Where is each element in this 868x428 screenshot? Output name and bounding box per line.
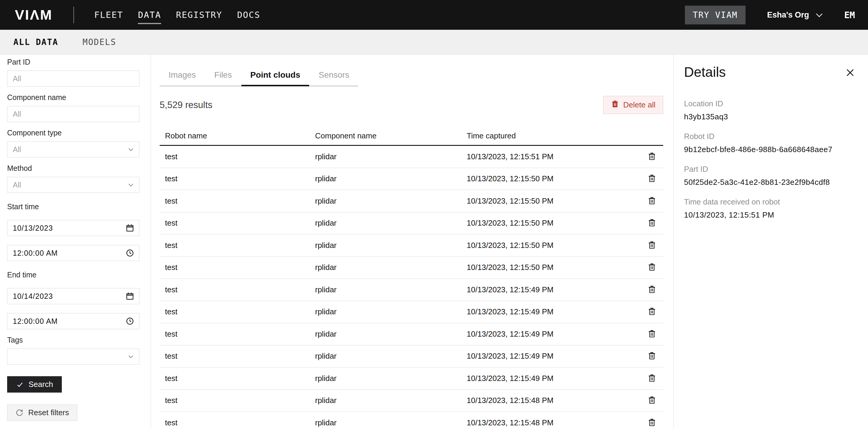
- column-actions: [641, 141, 663, 145]
- main-menu: FLEET DATA REGISTRY DOCS: [94, 0, 260, 30]
- component-name-input[interactable]: [7, 106, 140, 122]
- cell-component-name: rplidar: [310, 330, 461, 339]
- table-row[interactable]: test rplidar 10/13/2023, 12:15:50 PM: [160, 168, 663, 191]
- nav-item-fleet[interactable]: FLEET: [94, 0, 123, 30]
- cell-robot-name: test: [160, 174, 310, 183]
- tab-sensors[interactable]: Sensors: [319, 70, 349, 86]
- trash-icon: [647, 240, 656, 250]
- results-table: Robot name Component name Time captured …: [160, 114, 663, 428]
- delete-row-button[interactable]: [646, 394, 657, 406]
- try-viam-button[interactable]: TRY VIAM: [685, 6, 746, 24]
- table-row[interactable]: test rplidar 10/13/2023, 12:15:49 PM: [160, 323, 663, 346]
- cell-robot-name: test: [160, 196, 310, 206]
- table-row[interactable]: test rplidar 10/13/2023, 12:15:50 PM: [160, 212, 663, 235]
- delete-row-button[interactable]: [646, 284, 657, 296]
- delete-row-button[interactable]: [646, 328, 657, 340]
- component-type-select[interactable]: All: [7, 141, 140, 158]
- cell-robot-name: test: [160, 418, 310, 427]
- cell-component-name: rplidar: [310, 196, 461, 206]
- delete-row-button[interactable]: [646, 151, 657, 163]
- trash-icon: [611, 100, 619, 110]
- table-row[interactable]: test rplidar 10/13/2023, 12:15:49 PM: [160, 346, 663, 368]
- clock-icon[interactable]: [125, 249, 134, 257]
- start-time-input[interactable]: 12:00:00 AM: [7, 245, 140, 261]
- delete-row-button[interactable]: [646, 217, 657, 229]
- table-row[interactable]: test rplidar 10/13/2023, 12:15:50 PM: [160, 234, 663, 257]
- results-count: 5,529 results: [160, 100, 213, 110]
- delete-row-button[interactable]: [646, 239, 657, 252]
- cell-time-captured: 10/13/2023, 12:15:50 PM: [461, 174, 641, 183]
- viam-logo[interactable]: VIΛM: [15, 0, 53, 30]
- calendar-icon[interactable]: [125, 224, 134, 232]
- delete-row-button[interactable]: [646, 306, 657, 318]
- tab-images[interactable]: Images: [168, 70, 196, 86]
- cell-component-name: rplidar: [310, 174, 461, 183]
- field-part-id: Part ID 50f25de2-5a3c-41e2-8b81-23e2f9b4…: [684, 164, 856, 187]
- nav-item-registry[interactable]: REGISTRY: [176, 0, 222, 30]
- cell-robot-name: test: [160, 330, 310, 339]
- delete-all-button[interactable]: Delete all: [603, 96, 663, 114]
- delete-row-button[interactable]: [646, 372, 657, 384]
- cell-component-name: rplidar: [310, 241, 461, 250]
- cell-time-captured: 10/13/2023, 12:15:50 PM: [461, 263, 641, 272]
- part-id-label: Part ID: [7, 58, 140, 66]
- table-row[interactable]: test rplidar 10/13/2023, 12:15:48 PM: [160, 390, 663, 412]
- reset-filters-button[interactable]: Reset filters: [7, 404, 77, 421]
- table-row[interactable]: test rplidar 10/13/2023, 12:15:49 PM: [160, 279, 663, 301]
- field-time-received: Time data received on robot 10/13/2023, …: [684, 197, 856, 220]
- calendar-icon[interactable]: [125, 292, 134, 301]
- trash-icon: [647, 196, 656, 206]
- tags-select[interactable]: [7, 348, 140, 365]
- delete-row-button[interactable]: [646, 350, 657, 362]
- results-header: 5,529 results Delete all: [160, 96, 663, 114]
- cell-time-captured: 10/13/2023, 12:15:50 PM: [461, 196, 641, 206]
- method-select[interactable]: All: [7, 177, 140, 193]
- table-row[interactable]: test rplidar 10/13/2023, 12:15:49 PM: [160, 368, 663, 390]
- table-row[interactable]: test rplidar 10/13/2023, 12:15:49 PM: [160, 301, 663, 323]
- table-row[interactable]: test rplidar 10/13/2023, 12:15:48 PM: [160, 412, 663, 428]
- nav-divider: [73, 6, 74, 23]
- filter-component-name: Component name: [7, 93, 140, 122]
- filters-sidebar: Part ID Component name Component type Al…: [0, 55, 151, 428]
- chevron-down-icon: [127, 181, 134, 189]
- cell-component-name: rplidar: [310, 263, 461, 272]
- close-icon: [845, 67, 856, 79]
- column-component-name: Component name: [310, 131, 461, 145]
- nav-item-docs[interactable]: DOCS: [237, 0, 260, 30]
- delete-row-button[interactable]: [646, 173, 657, 185]
- cell-component-name: rplidar: [310, 396, 461, 405]
- table-row[interactable]: test rplidar 10/13/2023, 12:15:50 PM: [160, 190, 663, 212]
- tab-point-clouds[interactable]: Point clouds: [250, 70, 300, 86]
- chevron-down-icon: [127, 353, 134, 360]
- delete-row-button[interactable]: [646, 417, 657, 428]
- filter-end-time: End time 10/14/2023 12:00:00 AM: [7, 270, 140, 329]
- tab-files[interactable]: Files: [214, 70, 232, 86]
- table-row[interactable]: test rplidar 10/13/2023, 12:15:50 PM: [160, 257, 663, 279]
- cell-component-name: rplidar: [310, 374, 461, 383]
- cell-time-captured: 10/13/2023, 12:15:49 PM: [461, 351, 641, 361]
- delete-row-button[interactable]: [646, 261, 657, 274]
- cell-component-name: rplidar: [310, 285, 461, 294]
- start-time-label: Start time: [7, 202, 140, 211]
- tab-models[interactable]: MODELS: [83, 37, 116, 47]
- cell-component-name: rplidar: [310, 307, 461, 316]
- end-time-input[interactable]: 12:00:00 AM: [7, 313, 140, 329]
- check-icon: [16, 381, 24, 389]
- nav-item-data[interactable]: DATA: [138, 0, 161, 30]
- start-date-input[interactable]: 10/13/2023: [7, 220, 140, 236]
- component-type-label: Component type: [7, 129, 140, 137]
- filter-part-id: Part ID: [7, 58, 140, 87]
- column-robot-name: Robot name: [160, 131, 310, 145]
- delete-row-button[interactable]: [646, 195, 657, 207]
- tab-all-data[interactable]: ALL DATA: [13, 37, 58, 47]
- part-id-input[interactable]: [7, 70, 140, 87]
- close-details-button[interactable]: [844, 67, 856, 80]
- clock-icon[interactable]: [125, 317, 134, 325]
- top-navigation: VIΛM FLEET DATA REGISTRY DOCS TRY VIAM E…: [0, 0, 868, 30]
- org-switcher[interactable]: Esha's Org: [767, 10, 823, 20]
- end-date-input[interactable]: 10/14/2023: [7, 288, 140, 304]
- filter-tags: Tags: [7, 336, 140, 365]
- user-avatar[interactable]: EM: [844, 10, 855, 20]
- table-row[interactable]: test rplidar 10/13/2023, 12:15:51 PM: [160, 146, 663, 168]
- search-button[interactable]: Search: [7, 376, 62, 393]
